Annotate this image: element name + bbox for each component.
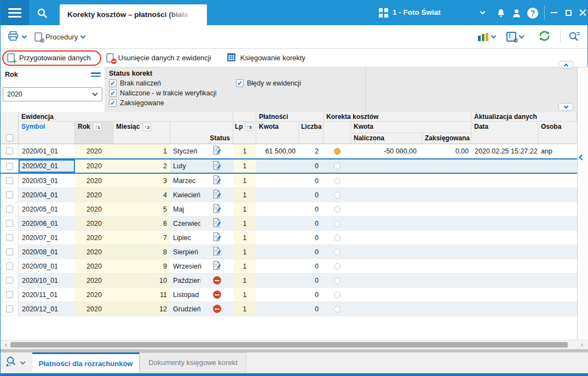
document-tab[interactable]: Korekty kosztów – płatności (biała [60,4,207,25]
cell-miesiac-nazwa: Lipiec [170,231,200,244]
horizontal-scrollbar[interactable]: ‹ › [1,340,588,349]
scroll-left-arrow-icon[interactable]: ‹ [2,340,10,349]
cell-liczba: 0 [299,288,324,301]
group-header-korekta-kosztow[interactable]: Korekta kosztów [324,112,471,122]
minimize-button[interactable] [547,0,561,25]
row-checkbox[interactable] [1,245,19,259]
filter-expand-down-button[interactable] [558,103,573,111]
advanced-search-button[interactable] [568,25,581,48]
column-header-lp[interactable]: Lp ↑5 [233,122,256,144]
company-selector-label[interactable]: 1 - Foto Świat [393,0,441,25]
column-header-rok[interactable]: Rok ↑1 [75,122,113,144]
checkbox-icon[interactable] [236,79,244,87]
row-checkbox[interactable] [1,288,19,301]
checkbox-naliczone[interactable]: Naliczone - w trakcie weryfikacji [109,89,216,97]
row-checkbox[interactable] [1,302,19,316]
group-header-aktualizacja-danych[interactable]: Aktualizacja danych [471,112,577,122]
user-profile-icon[interactable] [510,7,523,20]
column-header-liczba[interactable]: Liczba [299,122,324,144]
scroll-right-arrow-icon[interactable]: › [578,340,586,349]
table-row[interactable]: 2020/01_01 2020 1 Styczeń 1 61 500,00 2 … [1,144,577,158]
column-header-miesiac[interactable]: Miesiąc ↑2 [113,122,170,144]
hamburger-menu-icon[interactable] [1,0,29,25]
sort-indicator-rok[interactable]: ↑1 [93,122,102,131]
procedury-chevron-down-icon[interactable] [80,33,86,39]
column-header-data[interactable]: Data [471,122,538,144]
column-header-status[interactable]: Status [200,122,233,144]
checkbox-brak-naliczen[interactable]: Brak naliczeń [109,79,161,87]
table-row[interactable]: 2020/05_01 2020 5 Maj 1 0 [1,202,577,217]
table-row[interactable]: 2020/11_01 2020 11 Listopad 1 0 [1,288,577,302]
checkbox-icon[interactable] [109,99,117,107]
sort-indicator-miesiac[interactable]: ↑2 [142,122,151,131]
checkbox-zaksiegowane[interactable]: Zaksięgowane [109,99,164,107]
chart-chevron-down-icon[interactable] [491,33,497,39]
tab-dokumenty-ksiegowe-korekt[interactable]: Dokumenty księgowe korekt [140,352,246,373]
checkbox-icon[interactable] [109,79,117,87]
refresh-button[interactable] [538,25,551,48]
list-settings-button[interactable]: ! ⚙ [506,25,523,48]
group-header-ewidencja[interactable]: Ewidencja [19,112,233,122]
filter-options-icon[interactable] [91,72,101,78]
sort-indicator-lp[interactable]: ↑5 [245,122,253,131]
column-header-zaksiegowana[interactable]: Zaksięgowana [422,133,471,144]
row-checkbox[interactable] [1,159,19,173]
company-chevron-down-icon[interactable] [480,9,486,15]
print-chevron-down-icon[interactable] [22,33,27,39]
scrollbar-thumb[interactable] [10,342,568,347]
table-row[interactable]: 2020/06_01 2020 6 Czerwiec 1 0 [1,217,577,231]
tab-platnosci-dla-rozrachunkow[interactable]: Płatności dla rozrachunków [32,352,140,373]
help-icon[interactable]: ? [526,7,539,20]
modules-grid-icon[interactable] [379,8,388,18]
cell-osoba [538,217,577,230]
column-header-symbol[interactable]: Symbol [19,122,75,144]
notifications-bell-icon[interactable] [494,7,508,20]
side-panel-collapse-chevron-icon[interactable] [579,154,585,160]
post-correction-button[interactable]: Księgowanie korekty [227,53,305,64]
row-checkbox[interactable] [1,144,19,158]
column-header-osoba[interactable]: Osoba [538,122,577,144]
row-checkbox[interactable] [1,188,19,202]
column-header-kwota-korekta[interactable]: Kwota [351,122,471,133]
cell-osoba: anp [538,144,577,158]
maximize-button[interactable] [561,0,575,25]
table-row[interactable]: 2020/04_01 2020 4 Kwiecień 1 0 [1,188,577,202]
app-window: Korekty kosztów – płatności (biała 1 - F… [0,0,588,376]
row-checkbox[interactable] [1,174,19,187]
global-search-icon[interactable] [33,4,51,22]
table-row[interactable]: 2020/10_01 2020 10 Październik 1 0 [1,274,577,288]
checkbox-bledy-w-ewidencji[interactable]: Błędy w ewidencji [236,79,301,87]
table-row[interactable]: 2020/07_01 2020 7 Lipiec 1 0 [1,231,577,245]
table-row[interactable]: 2020/03_01 2020 3 Marzec 1 0 [1,174,577,188]
row-checkbox[interactable] [1,231,19,244]
table-row[interactable]: 2020/09_01 2020 9 Wrzesień 1 0 [1,259,577,274]
rok-select[interactable]: 2020 [3,87,102,101]
lookup-button[interactable] [5,356,25,370]
status-blocked-icon [213,276,221,284]
chart-button[interactable] [478,25,495,48]
select-all-checkbox[interactable] [1,112,19,144]
remove-data-button[interactable]: Usunięcie danych z ewidencji [106,53,211,62]
prepare-data-button[interactable]: + Przygotowanie danych [7,53,91,62]
print-button[interactable] [7,25,26,48]
close-button[interactable] [575,0,588,25]
column-header-naliczona[interactable]: Naliczona [351,133,422,144]
table-row[interactable]: 2020/08_01 2020 8 Sierpień 1 0 [1,245,577,259]
correction-status-dot [334,235,341,241]
row-checkbox[interactable] [1,259,19,273]
cell-miesiac-nr: 7 [113,231,170,244]
checkbox-icon[interactable] [109,89,117,97]
table-row[interactable]: 2020/12_01 2020 12 Grudzień 1 0 [1,302,577,316]
row-checkbox[interactable] [1,202,19,216]
lookup-magnifier-icon [5,356,17,370]
cell-miesiac-nazwa: Listopad [170,288,200,301]
row-checkbox[interactable] [1,274,19,287]
procedury-button[interactable]: ⚙ Procedury [34,25,85,48]
filter-collapse-up-button[interactable] [558,61,573,69]
table-row[interactable]: 2020/02_01 2020 2 Luty 1 0 [1,158,577,174]
group-header-platnosci[interactable]: Płatności [256,112,324,122]
column-header-kwota-platnosci[interactable]: Kwota [256,122,299,144]
settings-chevron-down-icon[interactable] [519,33,524,39]
lookup-chevron-down-icon[interactable] [20,360,26,365]
row-checkbox[interactable] [1,217,19,230]
